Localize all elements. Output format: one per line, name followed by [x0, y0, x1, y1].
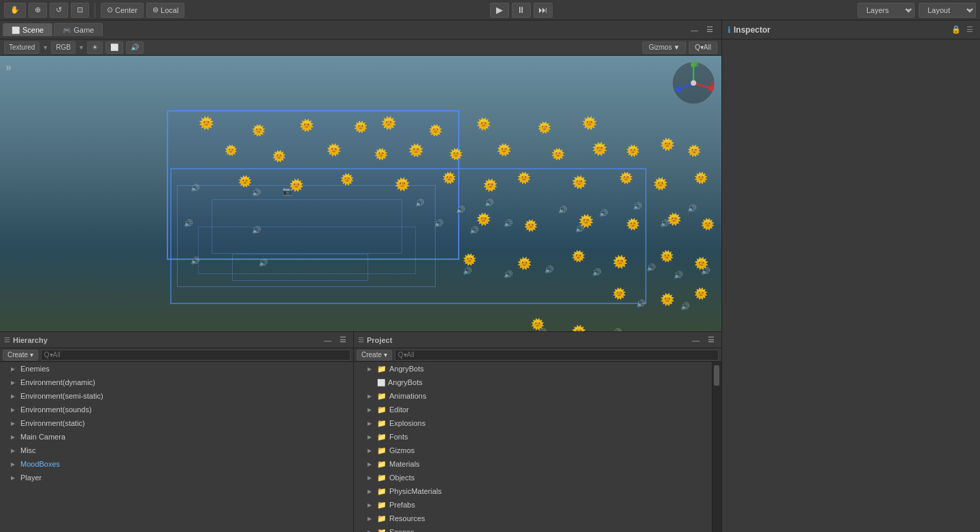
search-all-button[interactable]: Q▾All: [689, 41, 717, 54]
hierarchy-panel-icon: ☰: [4, 336, 10, 344]
project-item-label: Editor: [389, 405, 409, 414]
project-item[interactable]: ▶📁Materials: [354, 457, 712, 471]
inspector-panel: ℹ Inspector 🔒 ☰: [721, 20, 980, 532]
gizmos-button[interactable]: Gizmos ▼: [642, 41, 686, 54]
hierarchy-item[interactable]: ▶Player: [0, 471, 353, 484]
play-button[interactable]: ▶: [490, 3, 509, 18]
folder-icon: 📁: [377, 473, 387, 482]
folder-icon: 📁: [377, 487, 387, 496]
project-scrollbar[interactable]: [712, 362, 721, 532]
inspector-actions: 🔒 ☰: [950, 24, 975, 35]
project-item[interactable]: ▶📁Gizmos: [354, 444, 712, 457]
project-item[interactable]: ▶📁Resources: [354, 512, 712, 525]
project-item-label: Materials: [389, 460, 420, 468]
top-toolbar: ✋ ⊕ ↺ ⊡ ⊙ Center ⊚ Local ▶ ⏸ ⏭ Layers ▼ …: [0, 0, 980, 20]
audio-button[interactable]: 🔊: [126, 41, 144, 54]
game-tab[interactable]: 🎮 Game: [54, 23, 103, 36]
hierarchy-create-button[interactable]: Create ▾: [3, 350, 38, 361]
scene-tab[interactable]: ⬜ Scene: [3, 23, 52, 36]
project-list: ▶📁AngryBots⬜AngryBots▶📁Animations▶📁Edito…: [354, 362, 712, 532]
project-item[interactable]: ▶📁Explosions: [354, 416, 712, 430]
center-button[interactable]: ⊙ Center: [101, 3, 144, 18]
hierarchy-item-arrow: ▶: [11, 407, 18, 413]
hierarchy-item[interactable]: ▶Enemies: [0, 362, 353, 376]
project-menu-button[interactable]: ☰: [705, 334, 717, 346]
layout-dropdown[interactable]: Layout: [919, 3, 976, 18]
hierarchy-item-label: Misc: [20, 446, 36, 454]
project-title: Project: [367, 336, 687, 344]
step-button[interactable]: ⏭: [534, 3, 553, 18]
project-item-label: Objects: [389, 473, 414, 482]
separator-1: [95, 3, 95, 18]
inspector-menu-button[interactable]: ☰: [965, 24, 975, 35]
project-create-button[interactable]: Create ▾: [357, 350, 392, 361]
project-item[interactable]: ▶📁Editor: [354, 403, 712, 416]
pause-button[interactable]: ⏸: [512, 3, 531, 18]
scene-viewport[interactable]: » 🌞 🌞 🌞 🌞 🌞 🌞 🌞 🌞 🌞: [0, 56, 721, 331]
layout-dropdown-wrapper: Layout ▼: [919, 3, 976, 18]
project-item-label: Gizmos: [389, 446, 414, 454]
rotate-tool-button[interactable]: ↺: [50, 3, 68, 18]
hierarchy-item[interactable]: ▶Environment(semi-static): [0, 389, 353, 403]
project-item-label: AngryBots: [388, 378, 423, 386]
project-item[interactable]: ⬜AngryBots: [354, 376, 712, 389]
inspector-header: ℹ Inspector 🔒 ☰: [722, 20, 980, 39]
hand-tool-button[interactable]: ✋: [4, 3, 26, 18]
scene-tab-label: Scene: [22, 26, 44, 34]
hierarchy-content: ▶Enemies▶Environment(dynamic)▶Environmen…: [0, 362, 353, 532]
folder-icon: 📁: [377, 460, 387, 469]
lighting-button[interactable]: ☀: [87, 41, 103, 54]
shading-arrow: ▼: [42, 44, 48, 51]
project-item[interactable]: ▶📁AngryBots: [354, 362, 712, 376]
toolbar-right: Layers ▼ Layout ▼: [858, 3, 976, 18]
game-tab-icon: 🎮: [63, 27, 71, 34]
project-item[interactable]: ▶📁PhysicMaterials: [354, 484, 712, 498]
hierarchy-item-arrow: ▶: [11, 380, 18, 386]
project-item[interactable]: ▶📁Scenes: [354, 525, 712, 532]
folder-icon: 📁: [377, 501, 387, 510]
scene-minimize-button[interactable]: —: [688, 24, 701, 35]
project-item[interactable]: ▶📁Animations: [354, 389, 712, 403]
scale-tool-button[interactable]: ⊡: [71, 3, 89, 18]
hierarchy-item[interactable]: ▶Environment(static): [0, 416, 353, 430]
hierarchy-item-arrow: ▶: [11, 366, 18, 372]
inspector-lock-button[interactable]: 🔒: [950, 24, 962, 35]
project-collapse-button[interactable]: —: [689, 335, 702, 346]
gizmos-arrow: ▼: [673, 44, 680, 51]
local-button[interactable]: ⊚ Local: [146, 3, 184, 18]
project-item-arrow: ▶: [368, 461, 374, 467]
hierarchy-menu-button[interactable]: ☰: [337, 334, 349, 346]
project-search-input[interactable]: [395, 350, 719, 361]
project-item-arrow: ▶: [368, 488, 374, 495]
hierarchy-item[interactable]: ▶MoodBoxes: [0, 457, 353, 471]
project-item-label: Explosions: [389, 419, 425, 427]
project-item[interactable]: ▶📁Fonts: [354, 430, 712, 444]
inspector-icon: ℹ: [728, 25, 731, 35]
project-item[interactable]: ▶📁Prefabs: [354, 498, 712, 512]
hierarchy-search-input[interactable]: [41, 350, 350, 361]
center-label: Center: [115, 6, 137, 14]
hierarchy-collapse-button[interactable]: —: [321, 335, 334, 346]
project-item-arrow: ▶: [368, 434, 374, 440]
hierarchy-item-label: Environment(dynamic): [20, 378, 95, 386]
move-tool-button[interactable]: ⊕: [29, 3, 47, 18]
project-item-label: Fonts: [389, 433, 408, 441]
layers-dropdown[interactable]: Layers: [858, 3, 915, 18]
hierarchy-item-label: Main Camera: [20, 433, 65, 441]
scene-game-tabs: ⬜ Scene 🎮 Game — ☰: [0, 20, 721, 39]
hierarchy-item[interactable]: ▶Main Camera: [0, 430, 353, 444]
inspector-title: Inspector: [734, 25, 947, 35]
hierarchy-item[interactable]: ▶Environment(sounds): [0, 403, 353, 416]
project-header: ☰ Project — ☰: [354, 332, 721, 348]
hierarchy-item[interactable]: ▶Environment(dynamic): [0, 376, 353, 389]
hierarchy-item[interactable]: ▶Misc: [0, 444, 353, 457]
shading-button[interactable]: Textured: [4, 41, 39, 54]
project-item-label: Prefabs: [389, 501, 415, 509]
skybox-button[interactable]: ⬜: [105, 41, 123, 54]
scene-menu-button[interactable]: ☰: [704, 24, 716, 35]
scene-tab-icon: ⬜: [12, 27, 20, 34]
hierarchy-item-arrow: ▶: [11, 420, 18, 427]
project-item[interactable]: ▶📁Objects: [354, 471, 712, 484]
color-button[interactable]: RGB: [51, 41, 76, 54]
hierarchy-panel: ☰ Hierarchy — ☰ Create ▾ ▶Enemies▶Enviro…: [0, 332, 354, 532]
